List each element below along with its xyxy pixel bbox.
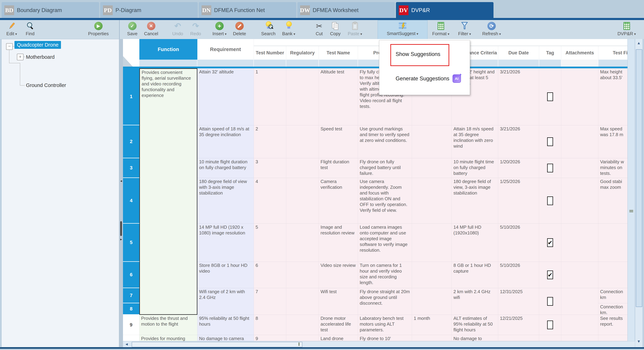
filter-cell-tname[interactable] — [319, 60, 358, 67]
cell-acceptance-r9[interactable]: ALT estimates of 95% reliability at 50 f… — [452, 315, 498, 335]
cell-regulatory-r4[interactable] — [286, 178, 319, 224]
vertical-scroll-thumb[interactable] — [636, 49, 642, 307]
filter-cell-fn[interactable] — [139, 60, 197, 67]
search-button[interactable]: Search — [259, 21, 278, 38]
cell-findings-r2[interactable]: Max speed was 17.8 m — [598, 125, 628, 158]
checkbox-checked[interactable]: ✔ — [547, 270, 553, 279]
cell-due-r4[interactable]: 1/25/2026 — [498, 178, 539, 224]
smartsuggest-button[interactable]: SmartSuggest▾ — [378, 20, 428, 40]
col-header-regulatory[interactable]: Regulatory — [286, 46, 319, 60]
col-header-test_name[interactable]: Test Name — [319, 46, 358, 60]
filter-cell-req[interactable] — [197, 60, 254, 67]
cell-test_name-r1[interactable]: Altitude test — [319, 68, 358, 125]
cut-button[interactable]: ✂ Cut — [313, 21, 326, 38]
splitter-grip[interactable] — [629, 211, 633, 212]
cell-acceptance-r6[interactable]: 8 GB or 1 hour HD capture — [452, 262, 498, 288]
cell-due-r10[interactable] — [498, 335, 539, 341]
cell-findings-r10[interactable] — [598, 335, 628, 341]
cell-requirement-r10[interactable]: No damage to camera — [197, 335, 254, 341]
col-header-function[interactable]: Function — [139, 39, 197, 60]
cell-function-r9[interactable]: Provides the thrust and motion to the fl… — [139, 315, 197, 335]
refresh-button[interactable]: ⟳ Refresh▾ — [480, 21, 504, 38]
cell-test_number-r6[interactable]: 6 — [254, 262, 286, 288]
filter-cell-fin[interactable] — [598, 60, 628, 67]
cell-test_name-r10[interactable]: Land drone — [319, 335, 358, 341]
cell-findings-r9[interactable]: See results report. — [598, 315, 628, 335]
save-button[interactable]: ✓ Save — [124, 21, 140, 38]
cell-procedure-r9[interactable]: Laboratory bench test motors using ALT p… — [358, 315, 412, 335]
cell-tag-r10[interactable] — [539, 335, 561, 341]
tree-node-quadcopter-drone[interactable]: Quadcopter Drone — [14, 41, 61, 49]
cell-attachments-r2[interactable] — [561, 125, 598, 158]
cell-procedure-r10[interactable]: Fly drone to 10' — [358, 335, 412, 341]
cell-procedure-r4[interactable]: Use camera independently. Zoom and focus… — [358, 178, 412, 224]
cell-tag-r9[interactable] — [539, 315, 561, 335]
cell-test_name-r5[interactable]: Image and resolution review — [319, 224, 358, 262]
bank-button[interactable]: Bank▾ — [280, 21, 298, 38]
cell-acceptance-r10[interactable]: No damage to camera — [452, 335, 498, 341]
tab-dfmea-worksheet[interactable]: DW DFMEA Worksheet — [297, 2, 395, 19]
horizontal-scroll-grip[interactable] — [298, 342, 300, 346]
checkbox-unchecked[interactable] — [547, 164, 553, 172]
cancel-button[interactable]: ✕ Cancel — [142, 21, 160, 38]
filter-button[interactable]: Filter▾ — [455, 21, 474, 38]
checkbox-unchecked[interactable] — [547, 196, 553, 205]
menu-item-generate-suggestions[interactable]: Generate Suggestions AI✦ — [379, 66, 470, 91]
cell-test_number-r3[interactable]: 3 — [254, 158, 286, 178]
menu-item-show-suggestions[interactable]: Show Suggestions — [379, 42, 470, 66]
cell-due-r78[interactable]: 12/31/2025 — [498, 288, 539, 315]
edit-button[interactable]: Edit▾ — [4, 21, 20, 38]
cell-attachments-r5[interactable] — [561, 224, 598, 262]
delete-button[interactable]: Delete — [231, 21, 248, 38]
splitter-handle[interactable] — [120, 221, 122, 236]
cell-procedure-r3[interactable]: Fly drone on fully charged battery until… — [358, 158, 412, 178]
filter-cell-reg[interactable] — [286, 60, 319, 67]
cell-test_number-r10[interactable]: 9 — [254, 335, 286, 341]
row-header-8[interactable]: 8 — [123, 303, 139, 315]
cell-test_name-r3[interactable]: Flight duration test — [319, 158, 358, 178]
cell-test_name-r2[interactable]: Speed test — [319, 125, 358, 158]
insert-button[interactable]: + Insert▾ — [210, 21, 229, 38]
cell-procedure-r2[interactable]: Use ground markings and timer to verify … — [358, 125, 412, 158]
filter-cell-att[interactable] — [561, 60, 598, 67]
checkbox-unchecked[interactable] — [547, 137, 553, 146]
row-header-10[interactable] — [123, 335, 139, 341]
cell-regulatory-r78[interactable] — [286, 288, 319, 315]
cell-tag-r3[interactable] — [539, 158, 561, 178]
tab-boundary-diagram[interactable]: BD Boundary Diagram — [2, 2, 99, 19]
cell-requirement-r1[interactable]: Attain 32' altitude — [197, 68, 254, 125]
cell-attachments-r4[interactable] — [561, 178, 598, 224]
cell-test_name-r6[interactable]: Video size review — [319, 262, 358, 288]
cell-regulatory-r6[interactable] — [286, 262, 319, 288]
cell-acceptance-r3[interactable]: 10 minute flight time on fully charged b… — [452, 158, 498, 178]
cell-findings-r8[interactable]: Connection km. — [598, 303, 628, 315]
cell-tag-r2[interactable] — [539, 125, 561, 158]
collapse-right-icon[interactable]: ► — [120, 238, 123, 241]
cell-attachments-r10[interactable] — [561, 335, 598, 341]
select-all-corner[interactable] — [123, 39, 139, 67]
sidebar-splitter[interactable]: ◄ ► — [119, 39, 123, 347]
cell-test_number-r9[interactable]: 8 — [254, 315, 286, 335]
row-header-6[interactable]: 6 — [123, 262, 139, 288]
cell-duration-r2[interactable] — [412, 125, 452, 158]
scroll-left-icon[interactable]: ◄ — [125, 342, 128, 346]
cell-requirement-r2[interactable]: Attain speed of 18 m/s at 35 degree incl… — [197, 125, 254, 158]
cell-requirement-r4[interactable]: 180 degree field of view with 3-axis ima… — [197, 178, 254, 224]
cell-due-r1[interactable]: 3/21/2026 — [498, 68, 539, 125]
cell-requirement-r5[interactable]: 14 MP full HD (1920 x 1080) image resolu… — [197, 224, 254, 262]
cell-test_number-r5[interactable]: 5 — [254, 224, 286, 262]
cell-test_name-r9[interactable]: Drone motor accelerated life test — [319, 315, 358, 335]
cell-findings-r3[interactable]: Variability w minutes on tests. — [598, 158, 628, 178]
cell-due-r6[interactable]: 5/10/2026 — [498, 262, 539, 288]
cell-regulatory-r1[interactable] — [286, 68, 319, 125]
cell-attachments-r78[interactable] — [561, 288, 598, 315]
cell-tag-r6[interactable]: ✔ — [539, 262, 561, 288]
cell-test_number-r78[interactable]: 7 — [254, 288, 286, 315]
tree-node-motherboard[interactable]: Motherboard — [26, 54, 54, 60]
row-header-1[interactable]: 1 — [123, 68, 139, 125]
redo-button[interactable]: ↷ Redo — [188, 21, 204, 38]
cell-test_name-r4[interactable]: Camera verification — [319, 178, 358, 224]
cell-attachments-r1[interactable] — [561, 68, 598, 125]
cell-findings-r5[interactable] — [598, 224, 628, 262]
row-header-7[interactable]: 7 — [123, 288, 139, 303]
